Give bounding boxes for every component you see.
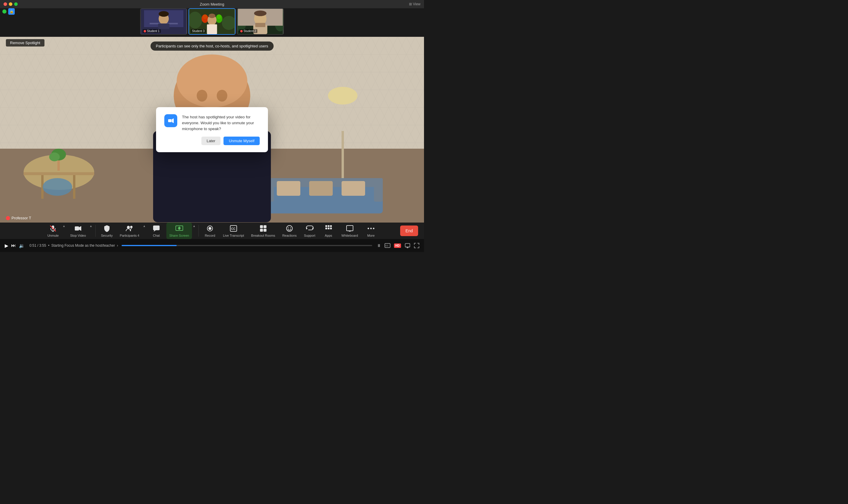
svg-marker-65	[154, 230, 156, 232]
svg-rect-4	[158, 23, 169, 29]
svg-rect-82	[328, 225, 329, 227]
more-label: More	[367, 234, 375, 237]
cast-button[interactable]	[404, 243, 411, 248]
support-button[interactable]: Support	[301, 222, 319, 239]
unmute-label: Unmute	[48, 234, 59, 237]
participants-chevron[interactable]: ▲	[142, 222, 146, 228]
connection-status-icon	[2, 10, 6, 14]
svg-point-23	[254, 11, 267, 16]
more-icon	[367, 224, 375, 233]
share-screen-icon	[175, 224, 183, 233]
svg-point-63	[130, 226, 132, 228]
breakout-rooms-label: Breakout Rooms	[251, 234, 275, 237]
svg-rect-75	[264, 229, 267, 232]
dialog-message: The host has spotlighted your video for …	[182, 114, 260, 132]
svg-point-14	[209, 14, 216, 18]
toolbar: Unmute ▲ Stop Video ▲	[0, 222, 424, 252]
reactions-label: Reactions	[282, 234, 297, 237]
participant-thumb-student2[interactable]: Student 2	[237, 8, 284, 35]
svg-text:CC: CC	[385, 245, 389, 247]
more-button[interactable]: More	[362, 222, 380, 239]
stop-video-label: Stop Video	[70, 234, 86, 237]
security-button[interactable]: Security	[98, 222, 116, 239]
svg-rect-73	[264, 225, 267, 228]
security-shield-icon[interactable]: 🔒	[8, 8, 15, 15]
svg-point-10	[203, 14, 207, 19]
volume-button[interactable]: 🔉	[19, 243, 25, 249]
spotlight-dialog: The host has spotlighted your video for …	[156, 107, 268, 152]
apps-label: Apps	[325, 234, 332, 237]
participants-button[interactable]: Participants 4	[117, 222, 142, 239]
share-screen-chevron[interactable]: ▲	[192, 222, 196, 228]
svg-rect-74	[260, 229, 263, 232]
apps-button[interactable]: Apps	[320, 222, 338, 239]
svg-point-79	[306, 228, 307, 229]
end-button[interactable]: End	[400, 226, 418, 236]
live-transcript-icon: CC	[229, 224, 238, 233]
svg-text:CC: CC	[231, 227, 235, 231]
live-transcript-button[interactable]: CC Live Transcript	[220, 222, 247, 239]
participant-thumb-student1[interactable]: Student 1	[140, 8, 187, 35]
bottom-right-controls: ⏸ CC HD	[377, 243, 419, 248]
unmute-button[interactable]: Unmute	[44, 222, 62, 239]
svg-rect-85	[328, 228, 329, 229]
window-title: Zoom Meeting	[200, 2, 224, 6]
play-button[interactable]: ▶	[5, 243, 8, 249]
whiteboard-icon	[346, 224, 354, 233]
svg-rect-60	[75, 227, 79, 231]
fullscreen-button[interactable]	[414, 243, 419, 248]
stop-video-chevron[interactable]: ▲	[89, 222, 93, 228]
progress-fill	[122, 245, 177, 246]
svg-rect-84	[325, 228, 327, 229]
whiteboard-button[interactable]: Whiteboard	[339, 222, 361, 239]
svg-point-78	[290, 228, 291, 229]
maximize-button[interactable]	[14, 2, 18, 6]
svg-marker-67	[178, 227, 181, 230]
time-display: 0:51 / 3:55 • Starting Focus Mode as the…	[30, 244, 118, 248]
unmute-chevron[interactable]: ▲	[62, 222, 66, 228]
svg-marker-61	[79, 226, 81, 231]
pause-button[interactable]: ⏸	[377, 243, 381, 248]
reactions-button[interactable]: Reactions	[279, 222, 300, 239]
play-controls: ▶ ⏭ 🔉	[5, 243, 25, 249]
mic-icon	[49, 224, 57, 233]
dialog-content: The host has spotlighted your video for …	[164, 114, 260, 132]
top-left-indicators: 🔒	[2, 8, 15, 15]
share-screen-button[interactable]: Share Screen	[166, 222, 192, 239]
later-button[interactable]: Later	[201, 137, 221, 145]
divider-1	[95, 225, 96, 237]
support-label: Support	[304, 234, 315, 237]
close-button[interactable]	[3, 2, 7, 6]
svg-point-77	[288, 228, 289, 229]
breakout-rooms-icon	[259, 224, 267, 233]
breakout-rooms-button[interactable]: Breakout Rooms	[248, 222, 278, 239]
captions-button[interactable]: CC	[384, 243, 391, 248]
camera-icon	[74, 224, 82, 233]
dialog-actions: Later Unmute Myself	[164, 137, 260, 145]
stop-video-group: Stop Video ▲	[67, 222, 93, 239]
view-button[interactable]: ⊞ View	[409, 2, 420, 6]
skip-button[interactable]: ⏭	[11, 243, 16, 248]
svg-rect-95	[405, 244, 410, 247]
support-icon	[306, 224, 314, 233]
chat-button[interactable]: Chat	[147, 222, 165, 239]
svg-point-80	[312, 228, 313, 229]
svg-point-91	[370, 228, 372, 229]
progress-bar[interactable]	[122, 245, 372, 246]
svg-point-12	[217, 14, 221, 19]
svg-point-92	[373, 228, 374, 229]
record-button[interactable]: Record	[201, 222, 219, 239]
participants-label: Participants 4	[120, 234, 139, 237]
minimize-button[interactable]	[9, 2, 12, 6]
participant-thumb-student3[interactable]: Student 3	[188, 8, 236, 35]
share-screen-group: Share Screen ▲	[166, 222, 196, 239]
record-label: Record	[205, 234, 215, 237]
participant-strip: Student 1 Student 3	[140, 8, 284, 35]
participant-label-student1: Student 1	[143, 29, 161, 33]
svg-rect-15	[207, 24, 217, 34]
unmute-myself-button[interactable]: Unmute Myself	[223, 137, 260, 145]
divider-2	[198, 225, 199, 237]
progress-container: 0:51 / 3:55 • Starting Focus Mode as the…	[30, 244, 372, 248]
reactions-icon	[285, 224, 293, 233]
stop-video-button[interactable]: Stop Video	[67, 222, 89, 239]
